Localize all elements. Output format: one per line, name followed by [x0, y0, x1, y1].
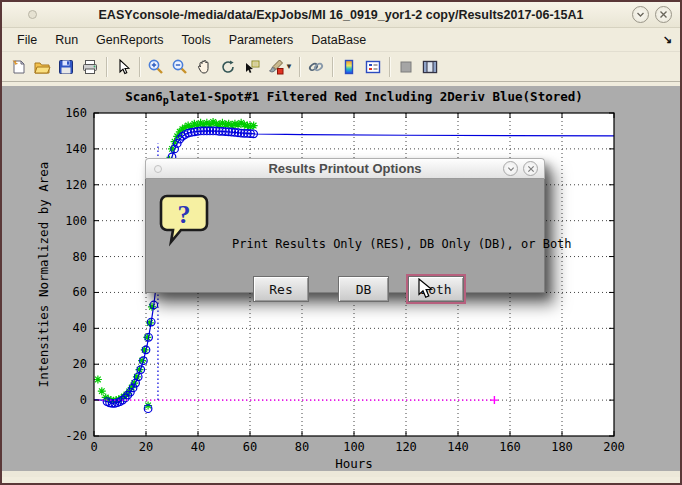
window-close-button[interactable] — [655, 6, 672, 23]
link-plot-button[interactable] — [304, 55, 328, 79]
svg-text:60: 60 — [243, 440, 257, 454]
close-icon — [659, 10, 668, 19]
new-figure-icon — [9, 58, 27, 76]
window-minimize-button[interactable] — [632, 6, 649, 23]
data-cursor-button[interactable] — [240, 55, 264, 79]
zoom-out-button[interactable] — [168, 55, 192, 79]
print-figure-button[interactable] — [78, 55, 102, 79]
pan-tool-button[interactable] — [192, 55, 216, 79]
svg-text:160: 160 — [65, 106, 87, 120]
svg-text:20: 20 — [73, 357, 87, 371]
link-plot-icon — [307, 58, 325, 76]
menu-database[interactable]: DataBase — [302, 30, 375, 50]
menu-run[interactable]: Run — [46, 30, 87, 50]
results-printout-dialog: Results Printout Options ? Print Results… — [145, 158, 545, 293]
svg-text:140: 140 — [65, 142, 87, 156]
toolbar-separator — [299, 57, 300, 77]
open-file-button[interactable] — [30, 55, 54, 79]
pointer-tool-button[interactable] — [111, 55, 135, 79]
db-button[interactable]: DB — [338, 276, 389, 302]
window-title: EASYconsole-/media/data/ExpJobs/MI 16_09… — [2, 8, 680, 22]
svg-text:-20: -20 — [65, 429, 87, 443]
toolbar-separator — [332, 57, 333, 77]
toolbar-separator — [139, 57, 140, 77]
rotate-3d-button[interactable] — [216, 55, 240, 79]
svg-text:?: ? — [178, 200, 191, 229]
svg-text:40: 40 — [73, 321, 87, 335]
svg-text:Scan6plate1-Spot#1 Filtered Re: Scan6plate1-Spot#1 Filtered Red Includin… — [125, 89, 583, 106]
hide-plot-tools-icon — [397, 58, 415, 76]
chevron-down-icon — [636, 10, 645, 19]
insert-legend-icon — [364, 58, 382, 76]
brush-dropdown-caret-icon[interactable]: ▼ — [285, 62, 293, 71]
insert-legend-button[interactable] — [361, 55, 385, 79]
svg-text:60: 60 — [73, 285, 87, 299]
zoom-in-icon — [147, 58, 165, 76]
show-plot-tools-icon — [421, 58, 439, 76]
zoom-in-button[interactable] — [144, 55, 168, 79]
svg-text:Hours: Hours — [335, 456, 373, 471]
svg-text:100: 100 — [65, 214, 87, 228]
pan-hand-icon — [195, 58, 213, 76]
res-button[interactable]: Res — [253, 276, 309, 302]
insert-colorbar-icon — [340, 58, 358, 76]
svg-text:120: 120 — [65, 178, 87, 192]
dialog-title: Results Printout Options — [146, 161, 544, 176]
svg-text:80: 80 — [295, 440, 309, 454]
app-window: EASYconsole-/media/data/ExpJobs/MI 16_09… — [0, 0, 682, 485]
svg-text:200: 200 — [603, 440, 625, 454]
mouse-cursor-icon — [418, 278, 434, 299]
svg-text:0: 0 — [80, 393, 87, 407]
show-plot-tools-button[interactable] — [418, 55, 442, 79]
svg-text:40: 40 — [191, 440, 205, 454]
window-titlebar[interactable]: EASYconsole-/media/data/ExpJobs/MI 16_09… — [2, 2, 680, 28]
menubar: File Run GenReports Tools Parameters Dat… — [2, 28, 680, 52]
dialog-body: ? Print Results Only (RES), DB Only (DB)… — [145, 179, 545, 293]
insert-colorbar-button[interactable] — [337, 55, 361, 79]
window-bottom-edge — [2, 471, 680, 477]
svg-text:0: 0 — [90, 440, 97, 454]
window-menu-dot[interactable] — [28, 10, 37, 19]
svg-text:120: 120 — [395, 440, 417, 454]
svg-text:100: 100 — [343, 440, 365, 454]
toolbar-separator — [106, 57, 107, 77]
toolbar-separator — [389, 57, 390, 77]
pointer-icon — [114, 58, 132, 76]
dialog-message: Print Results Only (RES), DB Only (DB), … — [232, 237, 572, 251]
svg-text:20: 20 — [139, 440, 153, 454]
save-figure-button[interactable] — [54, 55, 78, 79]
save-figure-icon — [57, 58, 75, 76]
both-button[interactable]: Both — [408, 276, 464, 302]
question-bubble-icon: ? — [159, 192, 211, 248]
menu-overflow-arrow-icon[interactable]: ↘ — [663, 33, 672, 46]
svg-text:180: 180 — [551, 440, 573, 454]
toolbar: ▼ — [2, 52, 680, 82]
menu-tools[interactable]: Tools — [173, 30, 220, 50]
svg-text:Intensities Normalized by Area: Intensities Normalized by Area — [36, 162, 51, 388]
brush-icon — [267, 58, 285, 76]
svg-text:160: 160 — [499, 440, 521, 454]
new-figure-button[interactable] — [6, 55, 30, 79]
menu-parameters[interactable]: Parameters — [220, 30, 303, 50]
data-cursor-icon — [243, 58, 261, 76]
rotate-3d-icon — [219, 58, 237, 76]
svg-text:140: 140 — [447, 440, 469, 454]
print-figure-icon — [81, 58, 99, 76]
zoom-out-icon — [171, 58, 189, 76]
open-file-icon — [33, 58, 51, 76]
menu-genreports[interactable]: GenReports — [87, 30, 172, 50]
menu-file[interactable]: File — [8, 30, 46, 50]
svg-text:80: 80 — [73, 250, 87, 264]
hide-plot-tools-button[interactable] — [394, 55, 418, 79]
both-button-focus-ring: Both — [406, 274, 466, 304]
dialog-titlebar[interactable]: Results Printout Options — [145, 158, 545, 179]
